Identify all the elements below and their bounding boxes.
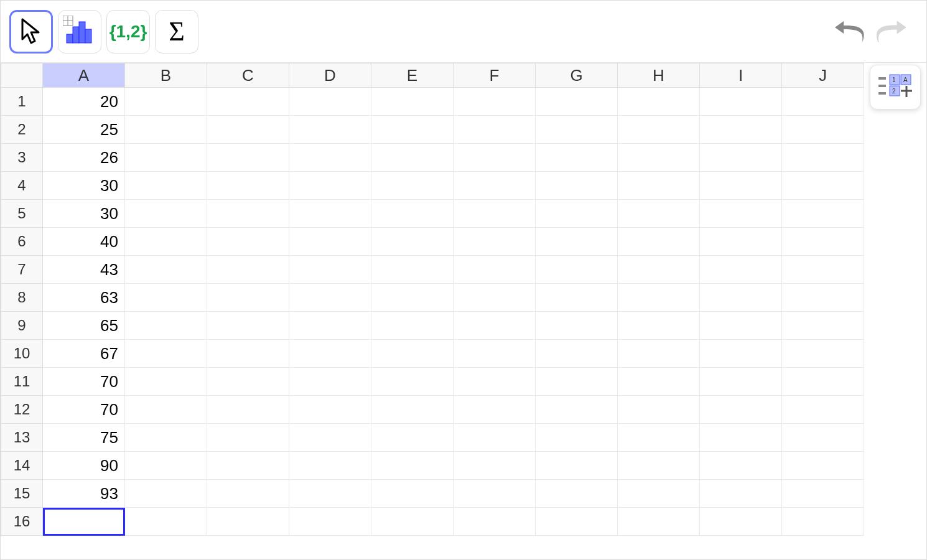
cell[interactable]	[454, 144, 536, 172]
cell[interactable]	[454, 116, 536, 144]
cell[interactable]	[536, 88, 618, 116]
cell[interactable]	[371, 116, 454, 144]
cell[interactable]	[125, 144, 207, 172]
redo-button[interactable]	[873, 14, 908, 49]
row-header[interactable]: 11	[1, 368, 43, 396]
cell[interactable]	[207, 228, 289, 256]
cell[interactable]	[289, 452, 371, 480]
cell[interactable]	[782, 396, 864, 424]
cell[interactable]	[618, 340, 700, 368]
cell[interactable]	[536, 424, 618, 452]
cell[interactable]	[207, 424, 289, 452]
column-header[interactable]: F	[454, 63, 536, 88]
cell[interactable]	[207, 116, 289, 144]
one-var-analysis-button[interactable]	[58, 10, 101, 54]
cell[interactable]	[371, 284, 454, 312]
cell[interactable]	[371, 88, 454, 116]
cell[interactable]	[536, 312, 618, 340]
cell[interactable]	[371, 200, 454, 228]
cell[interactable]	[536, 452, 618, 480]
cell[interactable]	[454, 88, 536, 116]
column-header[interactable]: C	[207, 63, 289, 88]
cell[interactable]	[782, 312, 864, 340]
cell[interactable]	[782, 368, 864, 396]
cell[interactable]: 20	[43, 88, 125, 116]
cell[interactable]	[700, 424, 782, 452]
cell[interactable]	[371, 228, 454, 256]
cell[interactable]	[207, 340, 289, 368]
cell[interactable]	[618, 312, 700, 340]
cell[interactable]	[782, 172, 864, 200]
cell[interactable]	[454, 452, 536, 480]
cell[interactable]	[125, 228, 207, 256]
column-header[interactable]: H	[618, 63, 700, 88]
cell[interactable]	[207, 200, 289, 228]
cell[interactable]	[618, 424, 700, 452]
cell[interactable]	[454, 284, 536, 312]
cell[interactable]	[125, 116, 207, 144]
cell[interactable]	[536, 480, 618, 508]
cell[interactable]	[618, 172, 700, 200]
cell[interactable]	[536, 228, 618, 256]
row-header[interactable]: 6	[1, 228, 43, 256]
cell[interactable]	[207, 480, 289, 508]
cell[interactable]	[454, 340, 536, 368]
column-header[interactable]: G	[536, 63, 618, 88]
cell[interactable]	[289, 228, 371, 256]
cell[interactable]	[207, 172, 289, 200]
cell[interactable]	[618, 200, 700, 228]
cell[interactable]	[782, 256, 864, 284]
cell[interactable]	[700, 200, 782, 228]
row-header[interactable]: 12	[1, 396, 43, 424]
cell[interactable]: 30	[43, 172, 125, 200]
cell[interactable]	[700, 396, 782, 424]
cell[interactable]	[454, 368, 536, 396]
cell[interactable]	[125, 88, 207, 116]
cell[interactable]	[371, 480, 454, 508]
cell[interactable]	[371, 396, 454, 424]
row-header[interactable]: 9	[1, 312, 43, 340]
cell[interactable]	[289, 480, 371, 508]
cell[interactable]	[207, 452, 289, 480]
cell[interactable]: 40	[43, 228, 125, 256]
cell[interactable]	[207, 88, 289, 116]
cell[interactable]	[125, 424, 207, 452]
panel-toggle-button[interactable]: 1 A 2	[870, 65, 921, 110]
cell[interactable]	[618, 228, 700, 256]
cell[interactable]	[125, 340, 207, 368]
cell[interactable]	[125, 396, 207, 424]
cell[interactable]	[782, 340, 864, 368]
cell[interactable]	[618, 480, 700, 508]
cell[interactable]	[289, 172, 371, 200]
cell[interactable]: 65	[43, 312, 125, 340]
cell[interactable]	[536, 172, 618, 200]
cell[interactable]	[289, 396, 371, 424]
cell[interactable]	[536, 340, 618, 368]
cell[interactable]	[618, 508, 700, 536]
cell[interactable]	[125, 256, 207, 284]
cell[interactable]	[700, 88, 782, 116]
cell[interactable]: 30	[43, 200, 125, 228]
cell[interactable]	[618, 284, 700, 312]
cell[interactable]	[700, 144, 782, 172]
cell[interactable]	[289, 368, 371, 396]
cell[interactable]	[454, 396, 536, 424]
row-header[interactable]: 2	[1, 116, 43, 144]
cell[interactable]	[289, 144, 371, 172]
row-header[interactable]: 16	[1, 508, 43, 536]
cell[interactable]	[207, 508, 289, 536]
cell[interactable]	[782, 228, 864, 256]
cell[interactable]	[371, 312, 454, 340]
row-header[interactable]: 14	[1, 452, 43, 480]
row-header[interactable]: 13	[1, 424, 43, 452]
cell[interactable]	[125, 368, 207, 396]
cell[interactable]	[536, 256, 618, 284]
cell[interactable]	[371, 452, 454, 480]
cell[interactable]	[536, 116, 618, 144]
cell[interactable]	[125, 480, 207, 508]
cell[interactable]	[289, 424, 371, 452]
cell[interactable]	[207, 396, 289, 424]
cell[interactable]: 26	[43, 144, 125, 172]
cell[interactable]	[536, 284, 618, 312]
cell[interactable]: 70	[43, 396, 125, 424]
